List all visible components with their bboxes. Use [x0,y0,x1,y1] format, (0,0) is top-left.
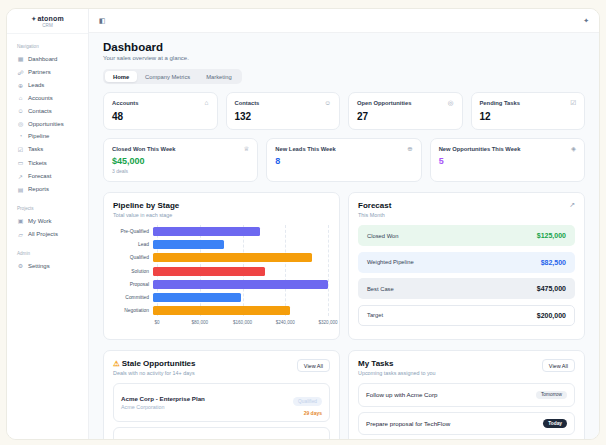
topbar: ◧ ✦ [89,9,599,33]
clipboard-icon: ☑ [570,100,576,107]
card-value: 8 [275,156,412,166]
forecast-value: $200,000 [537,312,566,319]
weekly-row: Closed Won This Week♕ $45,000 3 deals Ne… [103,138,585,183]
sidebar-item-label: Opportunities [28,121,64,127]
target-icon: ◎ [448,100,454,107]
chart-row: Solution [113,265,330,278]
bar-qualified[interactable] [153,253,312,262]
card-subtext: 3 deals [112,168,249,174]
y-axis-label: Lead [113,242,153,247]
chart-row: Negotiation [113,304,330,317]
pipeline-icon: ◔ [17,133,24,139]
nav-section-label: Admin [7,247,88,259]
card-new-leads-week[interactable]: New Leads This Week⊕ 8 [266,138,421,183]
person-plus-icon: ⊕ [407,146,412,153]
logo-icon: ✦ [31,16,36,22]
sidebar-item-my-work[interactable]: ▣My Work [7,214,88,227]
briefcase-icon: ▣ [17,217,24,224]
sidebar-item-all-projects[interactable]: ▱All Projects [7,228,88,241]
tab-marketing[interactable]: Marketing [198,71,239,82]
dashboard-content: Dashboard Your sales overview at a glanc… [89,33,599,439]
sidebar-item-label: Pipeline [28,133,49,139]
sidebar-item-settings[interactable]: ⚙Settings [7,259,88,272]
sidebar-item-leads[interactable]: ⊕Leads [7,79,88,92]
card-label: New Leads This Week [275,146,335,152]
sidebar-item-label: Tasks [28,146,43,152]
kpi-value: 27 [357,111,454,122]
kpi-card-contacts[interactable]: Contacts☺ 132 [226,92,341,130]
warning-icon: ⚠ [113,359,120,368]
bar-pre-qualified[interactable] [153,227,260,236]
logo-text: atonom [37,15,63,22]
sidebar-item-label: My Work [28,218,52,224]
card-label: New Opportunities This Week [439,146,521,152]
task-name: Follow up with Acme Corp [366,391,438,398]
chart-row: Qualified [113,251,330,264]
card-closed-won-week[interactable]: Closed Won This Week♕ $45,000 3 deals [103,138,258,183]
tasks-subtitle: Upcoming tasks assigned to you [358,370,436,376]
chart-title: Pipeline by Stage [113,201,330,210]
main-area: ◧ ✦ Dashboard Your sales overview at a g… [89,9,599,439]
x-axis: $0 $80,000 $160,000 $240,000 $320,000 [157,317,328,327]
forecast-row-target: Target$200,000 [358,305,575,326]
opportunity-name: TechFlow - Platform License [121,438,204,439]
sidebar-item-label: Partners [28,69,51,75]
sidebar-item-label: Contacts [28,108,52,114]
bar-lead[interactable] [153,240,224,249]
contacts-icon: ☺ [17,108,24,114]
view-all-button[interactable]: View All [542,359,575,372]
sidebar-nav: Navigation ▦Dashboard ☍Partners ⊕Leads ⌂… [7,34,88,272]
chart-row: Proposal [113,278,330,291]
y-axis-label: Proposal [113,282,153,287]
x-axis-tick: $240,000 [276,320,295,325]
sidebar: ✦atonom CRM Navigation ▦Dashboard ☍Partn… [7,9,89,439]
due-badge: Today [543,419,567,428]
y-axis-label: Negotiation [113,308,153,313]
list-item[interactable]: Prepare proposal for TechFlowToday [358,412,575,436]
sidebar-item-accounts[interactable]: ⌂Accounts [7,92,88,104]
list-item[interactable]: Follow up with Acme CorpTomorrow [358,383,575,407]
sidebar-toggle-icon[interactable]: ◧ [99,17,106,25]
forecast-label: Closed Won [367,233,398,239]
kpi-card-accounts[interactable]: Accounts⌂ 48 [103,92,218,130]
bar-solution[interactable] [153,267,265,276]
kpi-card-open-opportunities[interactable]: Open Opportunities◎ 27 [348,92,463,130]
x-axis-tick: $160,000 [233,320,252,325]
chart-subtitle: Total value in each stage [113,212,330,218]
task-list: Follow up with Acme CorpTomorrow Prepare… [358,383,575,439]
tab-home[interactable]: Home [105,71,137,82]
sidebar-item-tasks[interactable]: ☑Tasks [7,143,88,156]
tab-company-metrics[interactable]: Company Metrics [137,71,198,82]
view-all-button[interactable]: View All [297,359,330,372]
kpi-card-pending-tasks[interactable]: Pending Tasks☑ 12 [471,92,586,130]
accounts-icon: ⌂ [17,95,24,101]
sidebar-item-tickets[interactable]: ▭Tickets [7,156,88,169]
card-new-opportunities-week[interactable]: New Opportunities This Week◈ 5 [430,138,585,183]
y-axis-label: Qualified [113,255,153,260]
sidebar-item-label: Accounts [28,95,53,101]
sparkle-icon[interactable]: ✦ [583,17,589,25]
opportunity-name: Acme Corp - Enterprise Plan [121,395,205,402]
sidebar-item-dashboard[interactable]: ▦Dashboard [7,52,88,65]
forecast-icon: ↗ [17,173,24,180]
sidebar-item-pipeline[interactable]: ◔Pipeline [7,130,88,142]
bar-committed[interactable] [153,293,241,302]
forecast-value: $82,500 [541,259,566,266]
card-value: 5 [439,156,576,166]
list-item[interactable]: Acme Corp - Enterprise PlanAcme Corporat… [113,383,330,422]
sidebar-item-partners[interactable]: ☍Partners [7,65,88,78]
kpi-label: Open Opportunities [357,100,411,106]
bar-negotiation[interactable] [153,306,290,315]
x-axis-tick: $80,000 [191,320,208,325]
forecast-label: Best Case [367,286,394,292]
sidebar-item-opportunities[interactable]: ◎Opportunities [7,117,88,130]
list-item[interactable]: TechFlow - Platform LicenseTechFlow Solu… [113,427,330,440]
nav-section-label: Navigation [7,40,88,52]
trending-up-icon: ↗ [569,201,575,209]
bar-proposal[interactable] [153,280,328,289]
sidebar-item-reports[interactable]: ▤Reports [7,183,88,196]
sidebar-item-contacts[interactable]: ☺Contacts [7,105,88,117]
forecast-label: Target [367,312,383,318]
forecast-row-closed-won: Closed Won$125,000 [358,225,575,246]
sidebar-item-forecast[interactable]: ↗Forecast [7,169,88,182]
